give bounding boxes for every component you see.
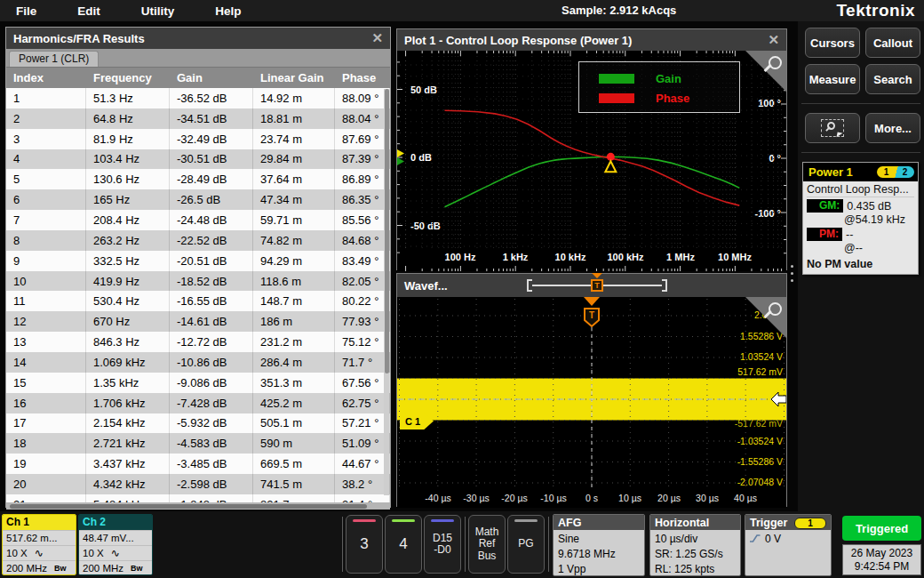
measure-button[interactable]: Measure — [805, 64, 860, 94]
menu-file[interactable]: File — [16, 4, 36, 18]
table-row[interactable]: 182.721 kHz-4.583 dB590 m51.09 ° — [6, 433, 390, 454]
table-row[interactable]: 141.069 kHz-10.86 dB286.4 m71.7 ° — [6, 352, 390, 373]
scrollbar-thumb[interactable] — [385, 89, 389, 373]
table-cell: 741.5 m — [253, 474, 335, 494]
column-header-gain[interactable]: Gain — [170, 71, 253, 84]
horizontal-position-slider[interactable]: T — [527, 279, 667, 292]
menu-utility[interactable]: Utility — [141, 4, 175, 18]
right-sidebar: Cursors Callout Measure Search More... P… — [798, 21, 924, 511]
magnifier-icon — [827, 122, 835, 130]
waveform-zoom-corner-button[interactable] — [745, 297, 786, 338]
column-header-linear-gain[interactable]: Linear Gain — [253, 71, 335, 84]
gm-label: GM: — [807, 199, 843, 213]
table-cell: 51.09 ° — [335, 433, 390, 454]
table-cell: 1.35 kHz — [86, 373, 170, 393]
results-title: Harmonics/FRA Results — [13, 32, 145, 45]
table-row[interactable]: 8263.2 Hz-22.52 dB74.82 m84.68 ° — [6, 230, 390, 251]
table-cell: 59.71 m — [253, 210, 335, 230]
more-button[interactable]: More... — [865, 113, 920, 143]
scope-button-mathrefbus[interactable]: MathRefBus — [468, 515, 506, 574]
table-row[interactable]: 204.342 kHz-2.598 dB741.5 m38.2 ° — [6, 474, 390, 494]
panel-resize-grip[interactable] — [787, 260, 796, 286]
scope-button-4[interactable]: 4 — [385, 515, 422, 574]
table-row[interactable]: 13846.3 Hz-12.72 dB231.2 m75.12 ° — [6, 332, 390, 352]
search-button[interactable]: Search — [865, 64, 920, 94]
table-cell: -12.72 dB — [170, 332, 253, 352]
table-row[interactable]: 151.3 Hz-36.52 dB14.92 m88.09 ° — [6, 88, 390, 108]
bode-plot-area[interactable]: 50 dB 0 dB -50 dB 100 ° 0 ° -100 ° 100 H… — [397, 51, 786, 271]
table-cell: 57.21 ° — [335, 413, 390, 434]
column-header-index[interactable]: Index — [6, 71, 86, 84]
table-row[interactable]: 12670 Hz-14.61 dB186 m77.93 ° — [6, 311, 390, 332]
scope-button-3[interactable]: 3 — [346, 515, 383, 574]
menu-bar: File Edit Utility Help Sample: 2.912 kAc… — [0, 0, 924, 21]
table-row[interactable]: 5130.6 Hz-28.49 dB37.64 m86.89 ° — [6, 169, 390, 189]
table-row[interactable]: 215.484 kHz-1.848 dB821.7 m31.4 ° — [6, 494, 390, 502]
pm-status: No PM value — [807, 258, 914, 270]
table-row[interactable]: 193.437 kHz-3.485 dB669.5 m44.67 ° — [6, 454, 390, 474]
scope-button-pg[interactable]: PG — [507, 515, 545, 574]
menu-items: File Edit Utility Help — [16, 0, 242, 21]
sidebar-divider — [801, 103, 920, 104]
table-cell: 29.84 m — [253, 149, 335, 170]
horizontal-scrollbar[interactable] — [6, 502, 390, 510]
table-cell: 208.4 Hz — [86, 210, 170, 230]
waveform-display[interactable]: 2.0704 1.55286 V 1.03524 V 517.62 mV -51… — [397, 297, 786, 508]
close-icon[interactable]: ✕ — [371, 30, 383, 46]
triggered-status: Triggered — [842, 516, 921, 541]
table-row[interactable]: 381.9 Hz-32.49 dB23.74 m87.69 ° — [6, 129, 390, 149]
close-icon[interactable]: ✕ — [768, 32, 779, 48]
table-row[interactable]: 7208.4 Hz-24.48 dB59.71 m85.56 ° — [6, 210, 390, 230]
table-cell: 83.49 ° — [335, 251, 390, 271]
column-header-phase[interactable]: Phase — [335, 71, 390, 84]
magnifier-icon — [769, 302, 782, 316]
scrollbar-thumb[interactable] — [10, 504, 367, 509]
table-row[interactable]: 264.8 Hz-34.51 dB18.81 m88.04 ° — [6, 108, 390, 129]
rising-edge-icon — [750, 534, 761, 543]
callout-button[interactable]: Callout — [865, 28, 920, 58]
table-cell: -36.52 dB — [170, 88, 253, 108]
table-cell: -7.428 dB — [170, 393, 253, 413]
table-cell: 86.35 ° — [335, 189, 390, 210]
table-cell: 165 Hz — [86, 189, 170, 210]
table-cell: 38.2 ° — [335, 474, 390, 494]
sample-status: Sample: 2.912 kAcqs — [562, 4, 676, 17]
phase-legend-label: Phase — [656, 92, 689, 105]
source-1-2-badge[interactable]: 12 — [877, 166, 914, 178]
channel-1-button[interactable]: Ch 1 517.62 m... 10 X∿ 200 MHzBw — [2, 514, 76, 575]
table-row[interactable]: 4103.4 Hz-30.51 dB29.84 m87.39 ° — [6, 149, 390, 170]
trigger-badge[interactable]: Trigger1 0 V — [745, 514, 832, 576]
cursors-button[interactable]: Cursors — [805, 28, 860, 58]
table-row[interactable]: 6165 Hz-26.5 dB47.34 m86.35 ° — [6, 189, 390, 210]
tab-power1-clr[interactable]: Power 1 (CLR) — [9, 51, 99, 67]
table-cell: 6 — [6, 189, 86, 210]
column-header-frequency[interactable]: Frequency — [86, 71, 170, 84]
cursor-arrow-icon — [836, 132, 842, 138]
table-row[interactable]: 172.154 kHz-5.932 dB505.1 m57.21 ° — [6, 413, 390, 434]
results-table-body[interactable]: 151.3 Hz-36.52 dB14.92 m88.09 °264.8 Hz-… — [6, 88, 390, 494]
table-row[interactable]: 9332.5 Hz-20.51 dB94.29 m83.49 ° — [6, 251, 390, 271]
waveform-panel: Wavef... T 2.0704 1.55286 V 1.03524 V 51… — [396, 273, 787, 507]
zoom-select-button[interactable] — [805, 113, 860, 143]
time-label: 30 µs — [696, 493, 719, 503]
tektronix-logo: Tektronix — [836, 1, 915, 20]
plot-zoom-corner-button[interactable] — [745, 51, 786, 92]
scope-button-d15d0[interactable]: D15-D0 — [424, 515, 461, 574]
trigger-position-handle[interactable]: T — [591, 279, 603, 292]
vertical-scrollbar[interactable] — [384, 89, 389, 495]
table-row[interactable]: 10419.9 Hz-18.52 dB118.6 m82.05 ° — [6, 271, 390, 292]
channel-color-stripe — [514, 519, 538, 522]
channel-2-button[interactable]: Ch 2 48.47 mV... 10 X∿ 200 MHzBw — [78, 514, 153, 575]
horizontal-badge[interactable]: Horizontal 10 µs/div SR: 1.25 GS/s RL: 1… — [649, 514, 741, 576]
menu-help[interactable]: Help — [215, 4, 241, 18]
table-row[interactable]: 11530.4 Hz-16.55 dB148.7 m80.22 ° — [6, 291, 390, 311]
plot-title-bar: Plot 1 - Control Loop Response (Power 1)… — [397, 29, 786, 51]
table-row[interactable]: 151.35 kHz-9.086 dB351.3 m67.56 ° — [6, 373, 390, 393]
table-row[interactable]: 161.706 kHz-7.428 dB425.2 m62.75 ° — [6, 393, 390, 413]
power1-results-badge[interactable]: Power 1 12 Control Loop Resp... GM:0.435… — [802, 162, 919, 275]
gain-legend-label: Gain — [656, 72, 681, 85]
table-cell: -4.583 dB — [170, 433, 253, 454]
menu-edit[interactable]: Edit — [77, 4, 100, 18]
table-cell: 37.64 m — [253, 169, 335, 189]
afg-badge[interactable]: AFG Sine 9.6718 MHz 1 Vpp — [553, 514, 645, 576]
